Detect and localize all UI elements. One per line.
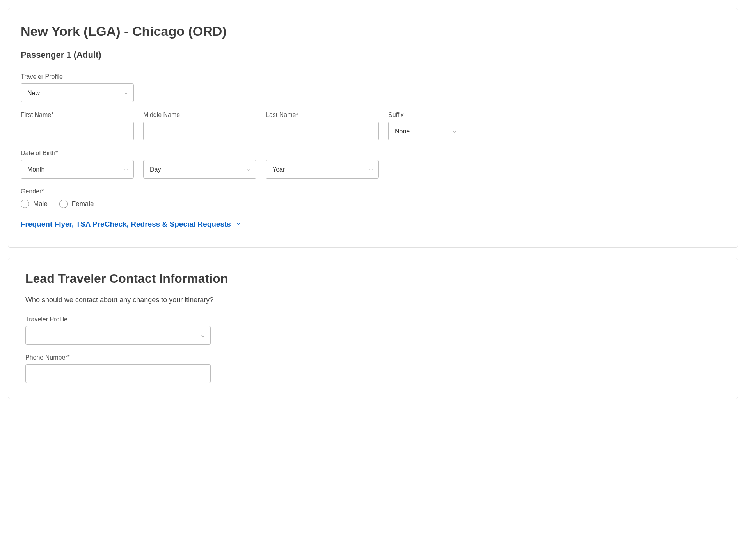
gender-female-label: Female [72, 200, 94, 208]
last-name-input[interactable] [266, 122, 379, 140]
last-name-label: Last Name* [266, 112, 379, 119]
contact-profile-select[interactable] [25, 326, 211, 345]
gender-female-radio[interactable] [59, 200, 68, 208]
traveler-profile-label: Traveler Profile [21, 73, 134, 80]
dob-month-select[interactable]: Month [21, 160, 134, 179]
chevron-down-icon [236, 220, 241, 229]
contact-subtitle: Who should we contact about any changes … [25, 296, 721, 304]
suffix-label: Suffix [388, 112, 462, 119]
contact-card: Lead Traveler Contact Information Who sh… [8, 258, 738, 399]
passenger-heading: Passenger 1 (Adult) [21, 50, 725, 60]
dob-label: Date of Birth* [21, 150, 725, 157]
contact-profile-label: Traveler Profile [25, 316, 721, 323]
special-requests-toggle[interactable]: Frequent Flyer, TSA PreCheck, Redress & … [21, 220, 241, 229]
dob-year-select[interactable]: Year [266, 160, 379, 179]
dob-day-select[interactable]: Day [143, 160, 256, 179]
passenger-card: New York (LGA) - Chicago (ORD) Passenger… [8, 8, 738, 248]
gender-male-radio[interactable] [21, 200, 29, 208]
middle-name-label: Middle Name [143, 112, 256, 119]
gender-female-option[interactable]: Female [59, 200, 94, 208]
route-title: New York (LGA) - Chicago (ORD) [21, 24, 725, 39]
special-requests-label: Frequent Flyer, TSA PreCheck, Redress & … [21, 220, 231, 229]
gender-male-option[interactable]: Male [21, 200, 48, 208]
first-name-input[interactable] [21, 122, 134, 140]
phone-input[interactable] [25, 364, 211, 383]
contact-title: Lead Traveler Contact Information [25, 271, 721, 286]
middle-name-input[interactable] [143, 122, 256, 140]
gender-label: Gender* [21, 188, 725, 195]
first-name-label: First Name* [21, 112, 134, 119]
gender-male-label: Male [33, 200, 48, 208]
phone-label: Phone Number* [25, 354, 721, 361]
traveler-profile-select[interactable]: New [21, 83, 134, 102]
suffix-select[interactable]: None [388, 122, 462, 140]
